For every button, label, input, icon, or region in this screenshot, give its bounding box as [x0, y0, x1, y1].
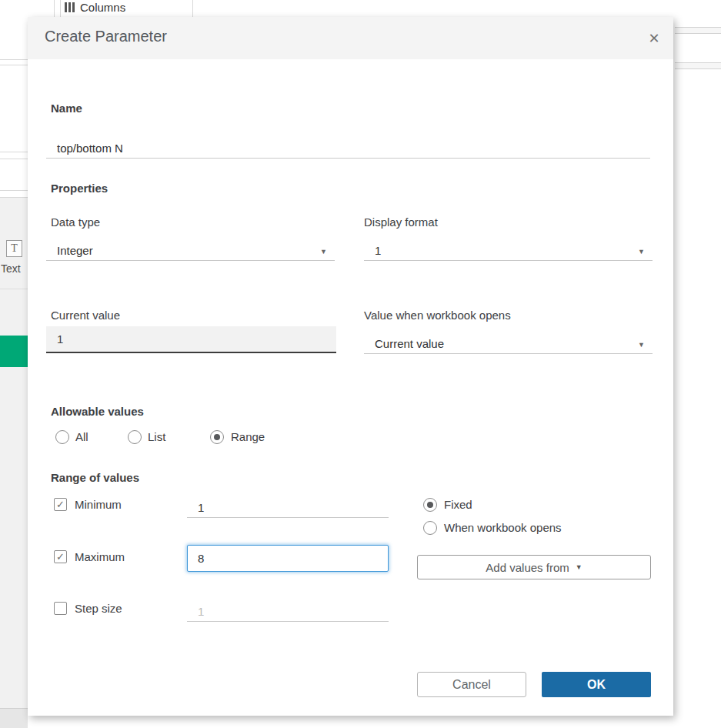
text-mark-label: Text — [1, 262, 28, 275]
data-type-dropdown[interactable]: Integer ▼ — [46, 239, 335, 261]
properties-section-label: Properties — [51, 182, 108, 195]
radio-fixed-label[interactable]: Fixed — [444, 498, 472, 511]
minimum-label: Minimum — [75, 498, 122, 511]
status-bar-fragment — [0, 709, 28, 728]
step-size-input[interactable]: 1 — [187, 599, 389, 622]
close-icon[interactable]: ✕ — [644, 28, 664, 48]
dialog-title: Create Parameter — [45, 28, 167, 45]
worksheet-top-strip: Columns — [0, 0, 721, 17]
value-when-workbook-opens-dropdown[interactable]: Current value ▼ — [364, 332, 653, 354]
display-format-value: 1 — [375, 244, 381, 257]
chevron-down-icon: ▼ — [576, 563, 582, 571]
radio-when-workbook-opens[interactable] — [423, 521, 437, 535]
allowable-values-label: Allowable values — [51, 405, 144, 418]
maximum-value: 8 — [198, 552, 204, 565]
step-size-label: Step size — [75, 602, 122, 615]
create-parameter-dialog: Create Parameter ✕ Name top/bottom N Pro… — [28, 17, 673, 716]
bg-divider — [0, 190, 28, 191]
shelf-divider — [54, 0, 55, 17]
minimum-value: 1 — [198, 501, 204, 514]
step-size-placeholder: 1 — [198, 605, 204, 618]
columns-shelf-label: Columns — [80, 1, 125, 14]
current-value-input[interactable]: 1 — [46, 326, 336, 353]
marks-card-divider — [0, 289, 28, 289]
shelf-cell-border — [192, 0, 193, 17]
radio-list-label[interactable]: List — [148, 430, 165, 443]
name-section-label: Name — [51, 102, 82, 115]
shelf-divider — [60, 0, 61, 17]
minimum-checkbox[interactable]: ✓ — [54, 498, 67, 511]
name-input[interactable]: top/bottom N — [46, 137, 650, 159]
chevron-down-icon: ▼ — [638, 341, 645, 349]
maximum-input[interactable]: 8 — [187, 545, 389, 572]
sheet-green-accent — [0, 336, 28, 367]
dialog-header: Create Parameter ✕ — [28, 17, 673, 59]
bg-divider — [0, 59, 28, 60]
columns-icon — [65, 2, 75, 12]
range-of-values-label: Range of values — [51, 471, 139, 484]
maximum-checkbox[interactable]: ✓ — [54, 550, 67, 563]
minimum-input[interactable]: 1 — [187, 496, 389, 518]
ok-button-label: OK — [587, 678, 606, 692]
add-values-from-label: Add values from — [486, 561, 569, 574]
data-type-label: Data type — [51, 215, 100, 229]
current-value-label: Current value — [51, 309, 120, 322]
current-value-text: 1 — [57, 332, 63, 346]
step-size-checkbox[interactable] — [54, 602, 67, 615]
radio-range[interactable] — [210, 430, 224, 444]
value-when-workbook-opens-value: Current value — [375, 337, 444, 350]
text-mark-icon[interactable]: T — [6, 240, 22, 257]
radio-range-label[interactable]: Range — [231, 430, 265, 443]
bg-divider — [0, 65, 28, 65]
bg-right-row — [675, 27, 721, 34]
add-values-from-button[interactable]: Add values from ▼ — [417, 555, 651, 579]
name-input-value: top/bottom N — [57, 142, 123, 155]
bg-divider — [0, 152, 28, 152]
radio-all[interactable] — [55, 430, 69, 444]
data-type-value: Integer — [57, 244, 93, 257]
columns-shelf[interactable]: Columns — [65, 1, 125, 14]
maximum-label: Maximum — [75, 550, 125, 563]
radio-fixed[interactable] — [423, 498, 437, 512]
display-format-dropdown[interactable]: 1 ▼ — [364, 239, 653, 261]
chevron-down-icon: ▼ — [638, 248, 645, 255]
radio-when-workbook-opens-label[interactable]: When workbook opens — [444, 521, 562, 534]
radio-list[interactable] — [128, 430, 142, 444]
bg-divider — [0, 159, 28, 159]
bg-right-row — [675, 62, 721, 69]
chevron-down-icon: ▼ — [320, 248, 327, 255]
cancel-button[interactable]: Cancel — [417, 672, 526, 697]
value-when-workbook-opens-label: Value when workbook opens — [364, 309, 511, 322]
cancel-button-label: Cancel — [452, 678, 491, 692]
ok-button[interactable]: OK — [542, 672, 651, 697]
radio-all-label[interactable]: All — [75, 430, 88, 443]
display-format-label: Display format — [364, 215, 438, 229]
